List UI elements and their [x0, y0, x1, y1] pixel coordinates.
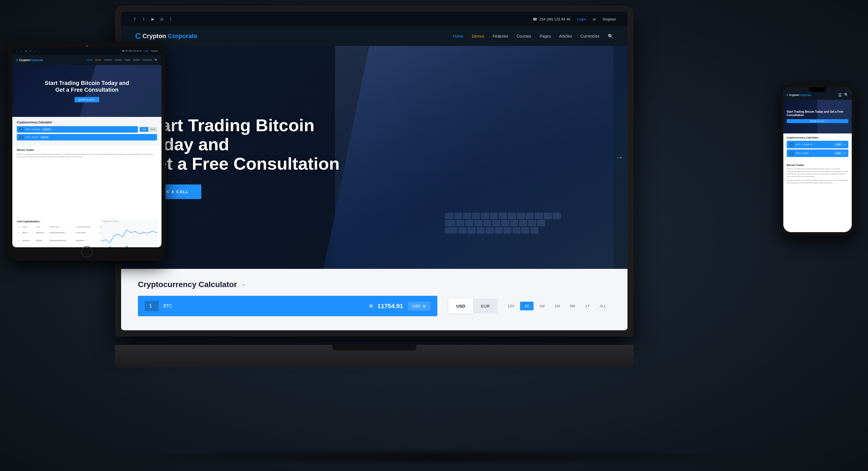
phone-eth-currency[interactable]: USD	[834, 151, 842, 155]
tablet-nav-home[interactable]: Home	[87, 59, 93, 61]
tablet-calc-arrow: →	[53, 121, 56, 124]
phone-search-icon[interactable]: 🔍	[844, 93, 848, 97]
social-icons: f t ▶ ◎ t	[132, 17, 173, 22]
phone-trades-text2: These transactions are verified by netwo…	[787, 179, 848, 184]
calc-amount-input[interactable]: 1	[145, 301, 159, 311]
search-icon[interactable]: 🔍	[608, 34, 614, 39]
youtube-icon[interactable]: ▶	[150, 17, 155, 22]
tablet-trades-title: Bitcoin Trades	[17, 149, 157, 151]
tablet-coincap-arrow: →	[41, 220, 43, 223]
row2-supply: 7,567,862.4	[74, 237, 99, 245]
nav-articles[interactable]: Articles	[559, 34, 572, 38]
phone-btc-amount[interactable]: 1	[789, 143, 794, 147]
tablet-trades-text: Bitcoin is a cryptocurrency and worldwid…	[17, 153, 157, 158]
nav-logo: C CryptonCorporate	[135, 32, 197, 41]
calc-arrow-icon[interactable]: →	[240, 281, 246, 288]
row2-num: 2	[17, 237, 21, 245]
laptop-body: f t ▶ ◎ t ☎ 254 (98) 123 84 46 Login	[115, 6, 633, 337]
phone-calc-eth-row: 1 ETH = 228.6 USD ▼	[787, 150, 848, 157]
phone-notch	[809, 88, 826, 92]
phone-number-text: 254 (98) 123 84 46	[539, 17, 570, 21]
time-1d[interactable]: 1D	[520, 302, 534, 310]
facebook-icon[interactable]: f	[132, 17, 137, 22]
tablet-nav-demos[interactable]: Demos	[95, 59, 101, 61]
hero-content: Start Trading Bitcoin Today and Get a Fr…	[144, 116, 340, 199]
twitter-icon[interactable]: t	[141, 17, 146, 22]
nav-links: Home Demos Features Courses Pages Articl…	[453, 34, 614, 39]
calc-equals: =	[369, 302, 373, 310]
time-12h[interactable]: 12H	[503, 302, 519, 310]
login-link[interactable]: Login	[577, 17, 586, 21]
calc-crypto-label: BTC	[163, 304, 365, 309]
tablet-body: f t ▶ ◎ t ☎ 254 (98) 123 84 46 Login Reg…	[8, 42, 165, 261]
tablet-login[interactable]: Login	[144, 50, 149, 52]
hero-next-arrow[interactable]: →	[615, 153, 623, 162]
nav-features[interactable]: Features	[493, 34, 508, 38]
register-link[interactable]: Register	[603, 17, 616, 21]
time-1m[interactable]: 1M	[550, 302, 564, 310]
phone-eth-value: ETH = 228.6	[796, 152, 833, 155]
tablet-calc-row1: 1 BTC = 11754.91 USD ▼ USD EUR	[17, 126, 157, 133]
tablet-nav-pages[interactable]: Pages	[125, 59, 130, 61]
tablet-register[interactable]: Register	[151, 50, 158, 52]
col-num: #	[17, 225, 21, 229]
tablet-home-button[interactable]	[81, 246, 93, 257]
tablet-currency-tabs: USD EUR	[140, 127, 157, 132]
time-1y[interactable]: 1Y	[581, 302, 594, 310]
row1-name: Bitcoin	[21, 229, 35, 237]
tablet-calc-section: Cryptocurrency Calculator → 1 BTC = 1175…	[12, 117, 161, 146]
svg-text:Volume US Dollar: Volume US Dollar	[103, 220, 119, 222]
nav-pages[interactable]: Pages	[540, 34, 551, 38]
svg-rect-0	[101, 219, 158, 247]
phone-eth-dropdown[interactable]: ▼	[844, 152, 845, 154]
nav-demos[interactable]: Demos	[472, 34, 484, 38]
row1-marketcap: $3,556,609,200,000	[49, 229, 74, 237]
time-1w[interactable]: 1W	[535, 302, 549, 310]
tablet-book-call[interactable]: BOOK A CALL	[74, 97, 99, 102]
calc-value: 11754.91	[377, 303, 403, 310]
laptop-hero: Start Trading Bitcoin Today and Get a Fr…	[121, 46, 627, 269]
tablet-social-icons: f t ▶ ◎ t	[16, 50, 36, 53]
phone-btc-currency[interactable]: USD	[834, 143, 842, 146]
nav-courses[interactable]: Courses	[517, 34, 531, 38]
phone-nav-icons: ☰ 🔍	[838, 93, 848, 97]
tablet-camera	[86, 45, 88, 47]
phone-eth-amount[interactable]: 1	[789, 151, 794, 155]
tablet-fb-icon: f	[16, 50, 19, 53]
logo-name-blue: Corporate	[168, 33, 197, 40]
eur-tab[interactable]: EUR	[473, 299, 498, 313]
usd-tab[interactable]: USD	[448, 299, 473, 313]
tablet-eth-currency: USD ▼	[40, 136, 49, 139]
laptop-screen: f t ▶ ◎ t ☎ 254 (98) 123 84 46 Login	[121, 12, 627, 330]
tablet-calc-title: Cryptocurrency Calculator →	[17, 121, 157, 124]
tablet-eth-amount[interactable]: 1	[19, 135, 24, 139]
tablet-nav-currencies[interactable]: Currencies	[143, 59, 152, 61]
tablet-nav-features[interactable]: Features	[104, 59, 112, 61]
tablet-hero: Start Trading Bitcoin Today andGet a Fre…	[12, 65, 161, 117]
tablet-screen: f t ▶ ◎ t ☎ 254 (98) 123 84 46 Login Reg…	[12, 47, 161, 247]
laptop-device: f t ▶ ◎ t ☎ 254 (98) 123 84 46 Login	[115, 6, 633, 359]
col-supply: Circulating Supply	[74, 225, 99, 229]
time-6m[interactable]: 6M	[565, 302, 580, 310]
time-all[interactable]: ALL	[595, 302, 611, 310]
phone-menu-icon[interactable]: ☰	[838, 93, 842, 97]
tablet-btc-currency: USD ▼	[42, 128, 51, 131]
nav-home[interactable]: Home	[453, 34, 463, 38]
time-tab-group: 12H 1D 1W 1M 6M 1Y ALL	[503, 302, 611, 310]
tablet-calc-row2: 1 ETH = 229.46 USD ▼	[17, 134, 157, 140]
tablet-eur-tab[interactable]: EUR	[148, 127, 157, 132]
tablet-usd-tab[interactable]: USD	[140, 127, 148, 132]
tablet-search-icon[interactable]: 🔍	[155, 59, 158, 61]
tablet-nav-articles[interactable]: Articles	[133, 59, 140, 61]
tablet-nav-courses[interactable]: Courses	[115, 59, 122, 61]
phone-book-call[interactable]: BOOK A CALL	[787, 119, 848, 123]
instagram-icon[interactable]: ◎	[159, 17, 164, 22]
phone-hero-title: Start Trading Bitcoin Today and Get a Fr…	[787, 110, 848, 117]
tumblr-icon[interactable]: t	[168, 17, 173, 22]
nav-currencies[interactable]: Currencies	[580, 34, 599, 38]
calc-currency-select[interactable]: USD ▼	[408, 302, 430, 311]
tablet-device: f t ▶ ◎ t ☎ 254 (98) 123 84 46 Login Reg…	[8, 42, 165, 261]
tablet-btc-amount[interactable]: 1	[19, 128, 24, 131]
tablet-chart: Volume US Dollar	[101, 219, 158, 247]
phone-btc-dropdown[interactable]: ▼	[844, 144, 845, 146]
